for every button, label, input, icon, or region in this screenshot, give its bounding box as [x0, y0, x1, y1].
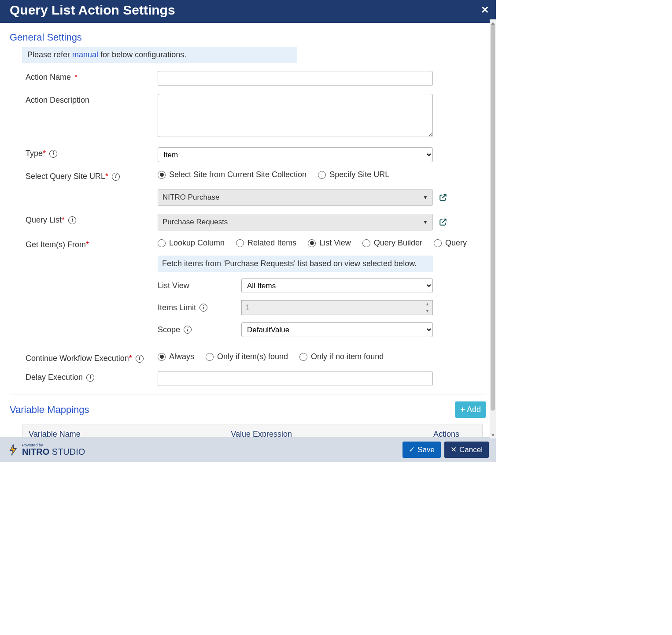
- delay-input[interactable]: [158, 371, 433, 386]
- hint-prefix: Please refer: [27, 50, 72, 59]
- radio-site-current[interactable]: Select Site from Current Site Collection: [158, 170, 306, 179]
- radio-icon: [434, 239, 442, 247]
- query-list-label: Query List* i: [26, 214, 158, 225]
- action-name-label: Action Name*: [26, 71, 158, 82]
- x-icon: ✕: [450, 445, 457, 454]
- list-view-label: List View: [158, 281, 241, 290]
- hint-suffix: for below configurations.: [98, 50, 186, 59]
- brand-text: NITRO STUDIO: [22, 447, 85, 456]
- get-items-label: Get Item(s) From*: [26, 238, 158, 249]
- radio-icon: [158, 239, 166, 247]
- delay-label: Delay Execution i: [26, 371, 158, 382]
- continue-label: Continue Workflow Execution* i: [26, 352, 158, 363]
- check-icon: ✓: [409, 445, 415, 454]
- query-list-select[interactable]: Purchase Requests ▼: [158, 214, 433, 230]
- dialog-body: General Settings Please refer manual for…: [0, 23, 496, 437]
- col-actions: Actions: [427, 424, 482, 438]
- radio-icon: [158, 171, 166, 179]
- scrollbar-thumb[interactable]: [491, 23, 495, 411]
- scope-select[interactable]: DefaultValue: [241, 322, 433, 337]
- type-label: Type* i: [26, 147, 158, 158]
- site-select[interactable]: NITRO Purchase ▼: [158, 189, 433, 206]
- divider: [10, 394, 486, 394]
- nitro-logo-icon: [7, 444, 19, 456]
- general-hint: Please refer manual for below configurat…: [22, 47, 297, 63]
- info-icon[interactable]: i: [199, 304, 207, 312]
- dialog-footer: Powered by NITRO STUDIO ✓Save ✕Cancel: [0, 437, 496, 462]
- save-button[interactable]: ✓Save: [402, 442, 441, 458]
- dialog-header: Query List Action Settings ✕: [0, 0, 496, 23]
- dialog-query-list-action-settings: ▲ ▼ Query List Action Settings ✕ General…: [0, 0, 496, 462]
- chevron-down-icon: ▼: [423, 194, 428, 201]
- table-header-row: Variable Name Value Expression Actions: [22, 424, 483, 438]
- variable-mappings-table: Variable Name Value Expression Actions N…: [22, 424, 483, 437]
- action-desc-input[interactable]: [158, 94, 433, 137]
- list-view-select[interactable]: All Items: [241, 278, 433, 293]
- open-external-icon[interactable]: [439, 218, 447, 226]
- open-external-icon[interactable]: [439, 193, 447, 201]
- info-icon[interactable]: i: [184, 326, 192, 334]
- add-button[interactable]: +Add: [455, 401, 486, 418]
- radio-lookup-column[interactable]: Lookup Column: [158, 238, 225, 248]
- manual-link[interactable]: manual: [72, 50, 98, 59]
- step-down-icon[interactable]: ▼: [422, 308, 432, 315]
- radio-site-specify[interactable]: Specify Site URL: [318, 170, 389, 179]
- close-icon[interactable]: ✕: [481, 4, 489, 16]
- items-limit-input[interactable]: 1 ▲▼: [241, 300, 433, 315]
- radio-icon: [206, 353, 214, 361]
- col-value-expression: Value Expression: [225, 424, 427, 438]
- plus-icon: +: [460, 405, 465, 414]
- radio-icon: [158, 353, 166, 361]
- section-general-title: General Settings: [10, 32, 486, 43]
- col-variable-name: Variable Name: [22, 424, 225, 438]
- radio-icon: [318, 171, 326, 179]
- info-icon[interactable]: i: [68, 216, 76, 224]
- radio-icon: [308, 239, 316, 247]
- scroll-arrow-down-icon[interactable]: ▼: [491, 432, 495, 438]
- radio-icon: [362, 239, 370, 247]
- step-up-icon[interactable]: ▲: [422, 301, 432, 308]
- info-icon[interactable]: i: [136, 355, 144, 363]
- radio-list-view[interactable]: List View: [308, 238, 351, 248]
- action-desc-label: Action Description: [26, 94, 158, 105]
- radio-always[interactable]: Always: [158, 352, 194, 361]
- info-icon[interactable]: i: [49, 150, 57, 158]
- radio-icon: [236, 239, 244, 247]
- info-icon[interactable]: i: [86, 374, 94, 382]
- radio-only-if-found[interactable]: Only if item(s) found: [206, 352, 288, 361]
- items-limit-label: Items Limit i: [158, 303, 241, 312]
- dialog-title: Query List Action Settings: [10, 3, 175, 18]
- site-url-label: Select Query Site URL* i: [26, 170, 158, 181]
- radio-query-builder[interactable]: Query Builder: [362, 238, 422, 248]
- radio-related-items[interactable]: Related Items: [236, 238, 296, 248]
- radio-icon: [299, 353, 307, 361]
- info-icon[interactable]: i: [112, 173, 120, 181]
- radio-query[interactable]: Query: [434, 238, 467, 248]
- cancel-button[interactable]: ✕Cancel: [444, 442, 489, 458]
- fetch-hint: Fetch items from 'Purchase Requests' lis…: [158, 256, 433, 272]
- brand-logo: Powered by NITRO STUDIO: [7, 443, 85, 456]
- action-name-input[interactable]: [158, 71, 433, 86]
- radio-only-if-none[interactable]: Only if no item found: [299, 352, 384, 361]
- section-varmap-title: Variable Mappings: [10, 404, 89, 416]
- scroll-arrow-up-icon[interactable]: ▲: [491, 20, 495, 26]
- scope-label: Scope i: [158, 325, 241, 334]
- type-select[interactable]: Item: [158, 147, 433, 162]
- chevron-down-icon: ▼: [423, 219, 428, 225]
